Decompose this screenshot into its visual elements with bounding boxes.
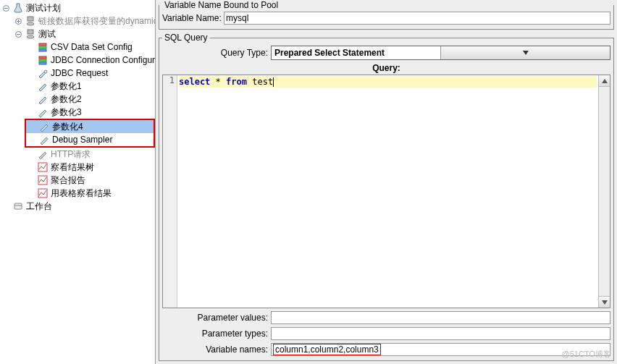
svg-rect-16 [39, 62, 46, 64]
workbench-icon [12, 200, 24, 212]
tree-item-test[interactable]: 测试 [0, 27, 155, 41]
svg-point-17 [44, 70, 47, 73]
tree-item-csv[interactable]: CSV Data Set Config [0, 41, 155, 54]
tree-item-jdbc-request[interactable]: JDBC Request [0, 67, 155, 80]
svg-rect-20 [38, 189, 47, 198]
editor-gutter: 1 [163, 75, 177, 308]
param-values-input[interactable] [271, 311, 610, 324]
editor-code[interactable]: select * from test [177, 75, 598, 308]
pool-legend: Variable Name Bound to Pool [162, 0, 280, 10]
sampler-icon [37, 67, 49, 79]
tree-label: 参数化2 [51, 93, 82, 106]
sql-legend: SQL Query [162, 33, 210, 43]
var-names-input[interactable]: column1,column2,column3 [271, 343, 610, 356]
tree-item-http[interactable]: HTTP请求 [0, 148, 155, 161]
tree-label: 察看结果树 [51, 161, 94, 174]
tree-label: 参数化3 [51, 106, 82, 119]
svg-rect-21 [14, 203, 22, 209]
query-type-value: Prepared Select Statement [272, 48, 440, 58]
flask-icon [12, 2, 24, 14]
expand-icon[interactable] [14, 17, 23, 26]
tree-item-param2[interactable]: 参数化2 [0, 93, 155, 106]
chevron-down-icon [440, 46, 610, 59]
scroll-down-icon[interactable] [599, 296, 610, 308]
tree-label: CSV Data Set Config [51, 42, 133, 52]
svg-rect-11 [39, 43, 46, 46]
sampler-icon [37, 148, 49, 160]
pool-fieldset: Variable Name Bound to Pool Variable Nam… [159, 0, 614, 30]
tree-label: 用表格察看结果 [51, 187, 112, 200]
tree-label: 测试 [38, 28, 56, 41]
vertical-scrollbar[interactable] [598, 75, 610, 308]
svg-point-6 [27, 22, 34, 25]
tree-label: 参数化1 [51, 80, 82, 93]
tree-item-view-tree[interactable]: 察看结果树 [0, 161, 155, 174]
tree-item-debug-sampler[interactable]: Debug Sampler [26, 133, 154, 146]
listener-icon [37, 161, 49, 173]
sampler-icon [38, 134, 50, 145]
listener-icon [37, 187, 49, 199]
tree-panel: 测试计划 链接数据库获得变量的dynamic 测试 CSV Data Set C… [0, 0, 156, 364]
tree-item-aggregate[interactable]: 聚合报告 [0, 174, 155, 187]
query-header: Query: [162, 62, 610, 75]
tree-label: 工作台 [26, 200, 52, 213]
tree-label: Debug Sampler [52, 135, 112, 145]
svg-rect-14 [39, 56, 46, 59]
text-cursor [273, 77, 274, 87]
tree-item-param4[interactable]: 参数化4 [26, 120, 154, 133]
var-names-label: Variable names: [162, 344, 271, 355]
tree-label: JDBC Connection Configurati [51, 55, 156, 65]
tree-item-param3[interactable]: 参数化3 [0, 106, 155, 119]
tree-item-param1[interactable]: 参数化1 [0, 80, 155, 93]
svg-rect-15 [39, 59, 46, 62]
tree-label: JDBC Request [51, 68, 108, 78]
tree-label: 测试计划 [26, 2, 61, 14]
svg-rect-19 [38, 176, 47, 185]
thread-group-icon [25, 28, 36, 40]
param-values-label: Parameter values: [162, 313, 271, 323]
tree-label: HTTP请求 [51, 148, 91, 161]
tree-item-dynamic[interactable]: 链接数据库获得变量的dynamic [0, 14, 155, 27]
svg-rect-12 [39, 46, 46, 48]
sampler-icon [37, 106, 49, 118]
varname-label: Variable Name: [162, 13, 224, 23]
collapse-icon[interactable] [1, 4, 11, 13]
tree-item-workbench[interactable]: 工作台 [0, 200, 155, 213]
varname-input[interactable] [224, 12, 610, 25]
sql-editor[interactable]: 1 select * from test [162, 75, 610, 308]
highlight-annotation: 参数化4 Debug Sampler [25, 119, 155, 148]
query-type-select[interactable]: Prepared Select Statement [271, 46, 610, 60]
sampler-icon [37, 93, 49, 105]
tree-root-test-plan[interactable]: 测试计划 [0, 1, 155, 14]
config-icon [37, 41, 49, 53]
query-type-label: Query Type: [162, 48, 271, 58]
sampler-icon [37, 80, 49, 92]
tree-label: 链接数据库获得变量的dynamic [38, 15, 156, 27]
svg-rect-13 [39, 49, 46, 51]
thread-group-icon [25, 15, 36, 27]
main-panel: Variable Name Bound to Pool Variable Nam… [156, 0, 617, 364]
collapse-icon[interactable] [14, 30, 23, 39]
svg-rect-9 [28, 30, 33, 34]
tree-label: 聚合报告 [51, 174, 85, 187]
tree-item-jdbc-conn[interactable]: JDBC Connection Configurati [0, 54, 155, 67]
svg-rect-18 [38, 163, 47, 172]
svg-rect-5 [28, 17, 33, 21]
svg-point-10 [27, 35, 34, 38]
scroll-up-icon[interactable] [599, 75, 610, 87]
sampler-icon [38, 121, 50, 132]
param-types-label: Parameter types: [162, 329, 271, 339]
tree-label: 参数化4 [52, 121, 83, 133]
sql-fieldset: SQL Query Query Type: Prepared Select St… [159, 33, 614, 361]
listener-icon [37, 174, 49, 186]
tree-item-table-results[interactable]: 用表格察看结果 [0, 187, 155, 200]
param-types-input[interactable] [271, 327, 610, 340]
highlight-annotation: column1,column2,column3 [273, 344, 381, 355]
config-icon [37, 54, 49, 66]
